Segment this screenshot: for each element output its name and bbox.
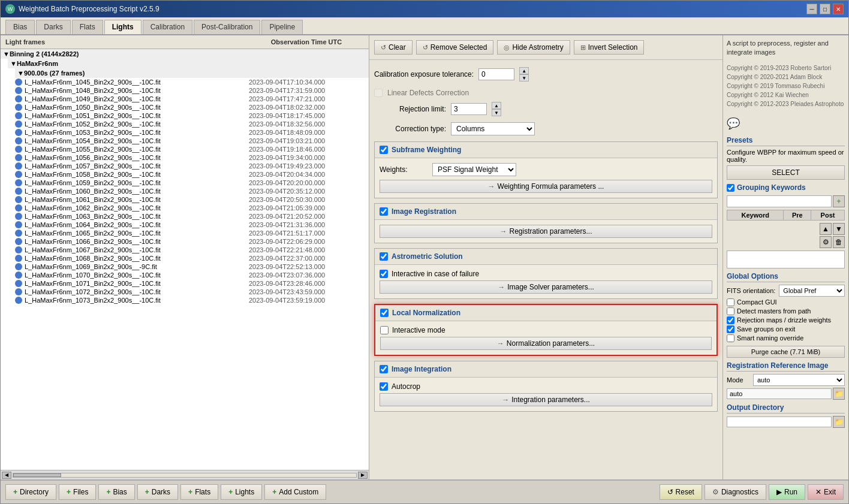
list-item[interactable]: L_HaMaxFr6nm_1071_Bin2x2_900s__-10C.fit … xyxy=(15,279,369,288)
cal-spin-down[interactable]: ▼ xyxy=(519,74,529,82)
reg-ref-folder-button[interactable]: 📁 xyxy=(833,388,845,400)
smart-naming-checkbox[interactable] xyxy=(727,334,734,342)
remove-selected-button[interactable]: ↺ Remove Selected xyxy=(416,40,494,55)
keyword-add-button[interactable]: + xyxy=(833,195,845,207)
file-tree[interactable]: ▼ Binning 2 (4144x2822) ▼ HaMaxFr6nm ▼ 9… xyxy=(1,49,369,470)
list-item[interactable]: L_HaMaxFr6nm_1070_Bin2x2_900s__-10C.fit … xyxy=(15,271,369,279)
cal-exposure-input[interactable] xyxy=(478,68,514,80)
integration-params-button[interactable]: → Integration parameters... xyxy=(380,393,712,406)
reset-button[interactable]: ↺ Reset xyxy=(660,484,702,500)
diagnostics-button[interactable]: ⚙ Diagnostics xyxy=(705,484,766,500)
list-item[interactable]: L_HaMaxFr6nm_1050_Bin2x2_900s__-10C.fit … xyxy=(15,103,369,111)
tab-flats[interactable]: Flats xyxy=(72,20,103,34)
correction-type-select[interactable]: Columns xyxy=(451,122,535,135)
list-item[interactable]: L_HaMaxFr6nm_1064_Bin2x2_900s__-10C.fit … xyxy=(15,221,369,229)
close-button[interactable]: ✕ xyxy=(833,4,844,14)
rejection-maps-checkbox[interactable] xyxy=(727,316,734,324)
scroll-left-btn[interactable]: ◀ xyxy=(2,472,11,479)
run-button[interactable]: ▶ Run xyxy=(769,484,805,500)
normalization-params-button[interactable]: → Normalization parameters... xyxy=(380,337,712,350)
output-dir-input[interactable]: SHO/2023-09-16_Ha/v01_001 xyxy=(727,417,832,427)
scroll-thumb[interactable] xyxy=(13,473,61,477)
move-up-button[interactable]: ▲ xyxy=(820,223,832,235)
interactive-failure-checkbox[interactable] xyxy=(380,270,388,278)
exit-button[interactable]: ✕ Exit xyxy=(808,484,844,500)
interactive-mode-checkbox[interactable] xyxy=(380,326,389,334)
registration-params-button[interactable]: → Registration parameters... xyxy=(380,225,712,238)
list-item[interactable]: L_HaMaxFr6nm_1045_Bin2x2_900s__-10C.fit … xyxy=(15,78,369,86)
scroll-track[interactable] xyxy=(13,473,357,478)
list-item[interactable]: L_HaMaxFr6nm_1062_Bin2x2_900s__-10C.fit … xyxy=(15,204,369,212)
tree-group-exposure[interactable]: ▼ 900.00s (27 frames) xyxy=(15,68,369,78)
flats-button[interactable]: + Flats xyxy=(180,484,218,500)
tab-darks[interactable]: Darks xyxy=(36,20,70,34)
maximize-button[interactable]: □ xyxy=(820,4,830,14)
compact-gui-checkbox[interactable] xyxy=(727,298,734,306)
local-normalization-checkbox[interactable] xyxy=(380,309,389,317)
list-item[interactable]: L_HaMaxFr6nm_1049_Bin2x2_900s__-10C.fit … xyxy=(15,95,369,103)
list-item[interactable]: L_HaMaxFr6nm_1059_Bin2x2_900s__-10C.fit … xyxy=(15,179,369,187)
bias-button[interactable]: + Bias xyxy=(98,484,134,500)
image-solver-button[interactable]: → Image Solver parameters... xyxy=(380,280,712,294)
tab-calibration[interactable]: Calibration xyxy=(143,20,192,34)
list-item[interactable]: L_HaMaxFr6nm_1063_Bin2x2_900s__-10C.fit … xyxy=(15,212,369,221)
rejection-spin-up[interactable]: ▲ xyxy=(492,102,501,109)
clear-button[interactable]: ↺ Clear xyxy=(374,40,413,55)
image-registration-checkbox[interactable] xyxy=(380,207,388,216)
directory-button[interactable]: + Directory xyxy=(5,484,56,500)
horizontal-scrollbar[interactable]: ◀ ▶ xyxy=(1,470,369,479)
image-integration-checkbox[interactable] xyxy=(380,365,388,373)
reg-ref-input[interactable] xyxy=(727,388,832,399)
tab-lights[interactable]: Lights xyxy=(104,20,142,34)
list-item[interactable]: L_HaMaxFr6nm_1057_Bin2x2_900s__-10C.fit … xyxy=(15,162,369,170)
tab-bias[interactable]: Bias xyxy=(5,20,35,34)
list-item[interactable]: L_HaMaxFr6nm_1058_Bin2x2_900s__-10C.fit … xyxy=(15,170,369,179)
list-item[interactable]: L_HaMaxFr6nm_1054_Bin2x2_900s__-10C.fit … xyxy=(15,137,369,145)
minimize-button[interactable]: ─ xyxy=(806,4,817,14)
list-item[interactable]: L_HaMaxFr6nm_1073_Bin2x2_900s__-10C.fit … xyxy=(15,296,369,304)
list-item[interactable]: L_HaMaxFr6nm_1066_Bin2x2_900s__-10C.fit … xyxy=(15,237,369,246)
scroll-right-btn[interactable]: ▶ xyxy=(358,472,368,479)
lights-button[interactable]: + Lights xyxy=(221,484,262,500)
tree-group-binning[interactable]: ▼ Binning 2 (4144x2822) xyxy=(1,49,369,59)
list-item[interactable]: L_HaMaxFr6nm_1061_Bin2x2_900s__-10C.fit … xyxy=(15,195,369,204)
autocrop-checkbox[interactable] xyxy=(380,382,388,391)
delete-keyword-button[interactable]: 🗑 xyxy=(833,236,845,248)
list-item[interactable]: L_HaMaxFr6nm_1055_Bin2x2_900s__-10C.fit … xyxy=(15,145,369,153)
reg-ref-mode-select[interactable]: auto xyxy=(753,374,845,386)
hide-astrometry-button[interactable]: ◎ Hide Astrometry xyxy=(497,40,570,55)
keyword-input-field[interactable] xyxy=(727,195,832,207)
weights-select[interactable]: PSF Signal Weight xyxy=(432,163,516,176)
list-item[interactable]: L_HaMaxFr6nm_1056_Bin2x2_900s__-10C.fit … xyxy=(15,153,369,162)
list-item[interactable]: L_HaMaxFr6nm_1067_Bin2x2_900s__-10C.fit … xyxy=(15,246,369,254)
list-item[interactable]: L_HaMaxFr6nm_1051_Bin2x2_900s__-10C.fit … xyxy=(15,111,369,120)
list-item[interactable]: L_HaMaxFr6nm_1068_Bin2x2_900s__-10C.fit … xyxy=(15,254,369,262)
weighting-formula-button[interactable]: → Weighting Formula parameters ... xyxy=(380,180,712,193)
settings-keyword-button[interactable]: ⚙ xyxy=(820,236,832,248)
list-item[interactable]: L_HaMaxFr6nm_1052_Bin2x2_900s__-10C.fit … xyxy=(15,120,369,128)
list-item[interactable]: L_HaMaxFr6nm_1053_Bin2x2_900s__-10C.fit … xyxy=(15,128,369,137)
astrometric-solution-checkbox[interactable] xyxy=(380,252,388,261)
tab-pipeline[interactable]: Pipeline xyxy=(261,20,303,34)
list-item[interactable]: L_HaMaxFr6nm_1072_Bin2x2_900s__-10C.fit … xyxy=(15,288,369,296)
fits-orientation-select[interactable]: Global Pref xyxy=(779,285,845,297)
add-custom-button[interactable]: + Add Custom xyxy=(264,484,326,500)
cal-spin-up[interactable]: ▲ xyxy=(519,67,529,74)
tab-post-calibration[interactable]: Post-Calibration xyxy=(194,20,260,34)
detect-masters-checkbox[interactable] xyxy=(727,307,734,315)
rejection-spin-down[interactable]: ▼ xyxy=(492,109,501,116)
invert-selection-button[interactable]: ⊞ Invert Selection xyxy=(574,40,645,55)
list-item[interactable]: L_HaMaxFr6nm_1065_Bin2x2_900s__-10C.fit … xyxy=(15,229,369,237)
purge-cache-button[interactable]: Purge cache (7.71 MiB) xyxy=(727,346,845,358)
rejection-limit-input[interactable] xyxy=(451,103,487,115)
list-item[interactable]: L_HaMaxFr6nm_1048_Bin2x2_900s__-10C.fit … xyxy=(15,86,369,95)
list-item[interactable]: L_HaMaxFr6nm_1060_Bin2x2_900s__-10C.fit … xyxy=(15,187,369,195)
darks-button[interactable]: + Darks xyxy=(137,484,178,500)
select-button[interactable]: SELECT xyxy=(727,165,845,180)
save-groups-checkbox[interactable] xyxy=(727,325,734,333)
files-button[interactable]: + Files xyxy=(59,484,96,500)
list-item[interactable]: L_HaMaxFr6nm_1069_Bin2x2_900s__-9C.fit 2… xyxy=(15,262,369,271)
output-dir-folder-button[interactable]: 📁 xyxy=(833,416,845,428)
tree-group-hamaxfr[interactable]: ▼ HaMaxFr6nm xyxy=(8,59,369,68)
grouping-keywords-checkbox[interactable] xyxy=(727,184,734,192)
